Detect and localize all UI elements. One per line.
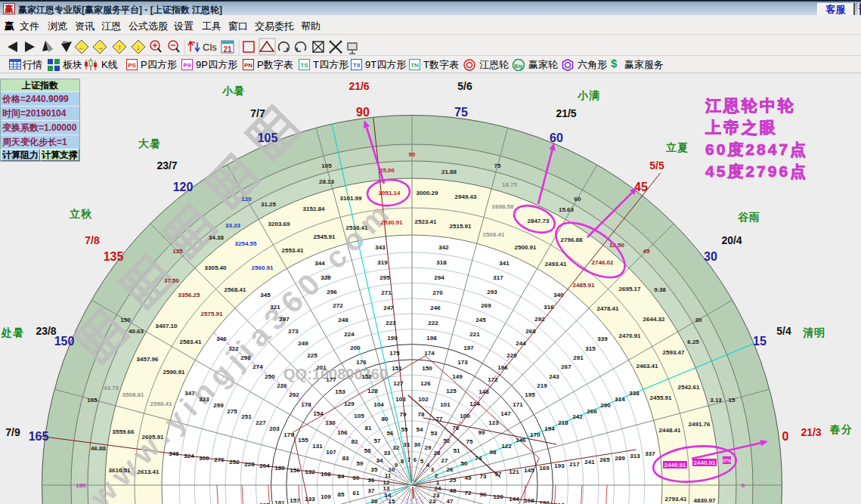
- svg-text:清明: 清明: [803, 326, 825, 339]
- svg-text:199: 199: [387, 335, 398, 342]
- svg-text:小暑: 小暑: [221, 85, 245, 97]
- svg-text:269: 269: [481, 302, 491, 309]
- svg-text:18.75: 18.75: [502, 181, 518, 188]
- svg-text:37.50: 37.50: [164, 277, 180, 284]
- svg-text:8: 8: [401, 458, 404, 465]
- svg-text:169: 169: [539, 465, 550, 472]
- svg-text:83: 83: [342, 455, 349, 462]
- svg-text:3254.55: 3254.55: [235, 240, 257, 247]
- svg-text:157: 157: [290, 497, 300, 504]
- svg-text:Cls: Cls: [203, 42, 217, 53]
- svg-text:319: 319: [377, 259, 388, 266]
- svg-text:2644.32: 2644.32: [643, 316, 665, 323]
- svg-text:165: 165: [87, 397, 98, 404]
- svg-text:75: 75: [466, 438, 473, 445]
- svg-text:57: 57: [374, 438, 381, 444]
- svg-text:292: 292: [534, 316, 545, 323]
- svg-text:立夏: 立夏: [665, 141, 689, 153]
- svg-text:75: 75: [454, 106, 468, 119]
- svg-text:172: 172: [488, 376, 498, 383]
- svg-text:156: 156: [290, 467, 300, 474]
- svg-text:2545.91: 2545.91: [314, 233, 336, 240]
- svg-text:47: 47: [447, 498, 454, 504]
- svg-text:3101.99: 3101.99: [340, 195, 362, 202]
- svg-text:2491.76: 2491.76: [689, 421, 711, 428]
- svg-text:98: 98: [490, 449, 497, 456]
- svg-text:5/6: 5/6: [457, 80, 472, 92]
- svg-text:202: 202: [289, 391, 299, 398]
- svg-text:193: 193: [554, 462, 565, 469]
- svg-text:221: 221: [469, 331, 480, 338]
- svg-text:5: 5: [420, 458, 424, 465]
- svg-text:228: 228: [244, 461, 255, 468]
- svg-text:60: 60: [575, 196, 581, 203]
- svg-text:2898.58: 2898.58: [492, 203, 514, 210]
- svg-text:274: 274: [252, 363, 263, 370]
- svg-text:295: 295: [379, 274, 390, 281]
- svg-text:45: 45: [634, 181, 648, 193]
- svg-text:2515.91: 2515.91: [450, 223, 472, 230]
- svg-text:145: 145: [524, 467, 534, 474]
- svg-text:江恩轮中轮: 江恩轮中轮: [705, 97, 796, 114]
- svg-text:2440.91: 2440.91: [664, 462, 686, 468]
- svg-text:220: 220: [506, 352, 517, 359]
- svg-text:317: 317: [493, 274, 503, 281]
- svg-text:154: 154: [313, 410, 324, 417]
- svg-text:33.33: 33.33: [225, 222, 241, 229]
- svg-text:128: 128: [367, 388, 378, 394]
- svg-text:271: 271: [381, 289, 392, 296]
- svg-text:2523.41: 2523.41: [415, 218, 437, 225]
- svg-text:3356.25: 3356.25: [178, 292, 200, 298]
- svg-text:←: ←: [78, 43, 85, 51]
- svg-text:150: 150: [120, 317, 131, 323]
- svg-text:324: 324: [184, 453, 194, 459]
- svg-text:266: 266: [587, 408, 597, 415]
- svg-text:21/5: 21/5: [556, 107, 576, 119]
- svg-text:21/6: 21/6: [348, 80, 369, 92]
- svg-text:37: 37: [368, 487, 375, 494]
- svg-text:265: 265: [599, 456, 610, 463]
- svg-text:2793.41: 2793.41: [665, 496, 687, 502]
- svg-text:250: 250: [265, 373, 275, 380]
- svg-text:小满: 小满: [577, 89, 600, 101]
- svg-text:3559.66: 3559.66: [113, 428, 135, 435]
- svg-text:109: 109: [321, 493, 331, 500]
- svg-text:2575.91: 2575.91: [201, 311, 223, 317]
- svg-text:2590.91: 2590.91: [163, 369, 185, 376]
- svg-text:大暑: 大暑: [138, 138, 161, 150]
- svg-text:175: 175: [389, 350, 400, 357]
- svg-text:2470.91: 2470.91: [619, 332, 641, 339]
- svg-text:96: 96: [480, 491, 487, 498]
- svg-text:9.38: 9.38: [654, 286, 666, 293]
- svg-text:341: 341: [499, 260, 509, 267]
- svg-text:73: 73: [480, 473, 487, 480]
- svg-text:155: 155: [298, 437, 308, 444]
- svg-text:242: 242: [572, 413, 583, 420]
- svg-text:290: 290: [600, 402, 611, 409]
- svg-text:90: 90: [356, 106, 370, 119]
- svg-text:107: 107: [326, 449, 336, 456]
- svg-text:15: 15: [753, 335, 767, 348]
- svg-text:2448.41: 2448.41: [659, 427, 681, 434]
- svg-text:315: 315: [585, 345, 596, 352]
- svg-text:2542.61: 2542.61: [678, 384, 700, 391]
- svg-text:T9: T9: [353, 62, 361, 69]
- svg-text:268: 268: [525, 328, 536, 335]
- svg-text:0: 0: [742, 482, 745, 489]
- svg-text:100: 100: [460, 413, 470, 419]
- svg-text:205: 205: [259, 502, 270, 504]
- svg-text:2598.41: 2598.41: [150, 400, 172, 407]
- svg-text:春分: 春分: [829, 423, 853, 435]
- svg-text:3610.51: 3610.51: [109, 467, 131, 474]
- svg-text:7: 7: [407, 456, 411, 463]
- svg-text:2847.73: 2847.73: [528, 218, 550, 224]
- svg-text:103: 103: [395, 396, 406, 403]
- svg-text:99: 99: [479, 429, 485, 436]
- svg-text:173: 173: [457, 359, 468, 366]
- svg-text:49: 49: [465, 475, 472, 481]
- svg-text:291: 291: [573, 354, 584, 361]
- svg-text:上帝之眼: 上帝之眼: [705, 119, 778, 136]
- svg-text:33: 33: [384, 450, 391, 456]
- svg-text:谷雨: 谷雨: [737, 211, 760, 223]
- svg-text:60: 60: [353, 475, 360, 481]
